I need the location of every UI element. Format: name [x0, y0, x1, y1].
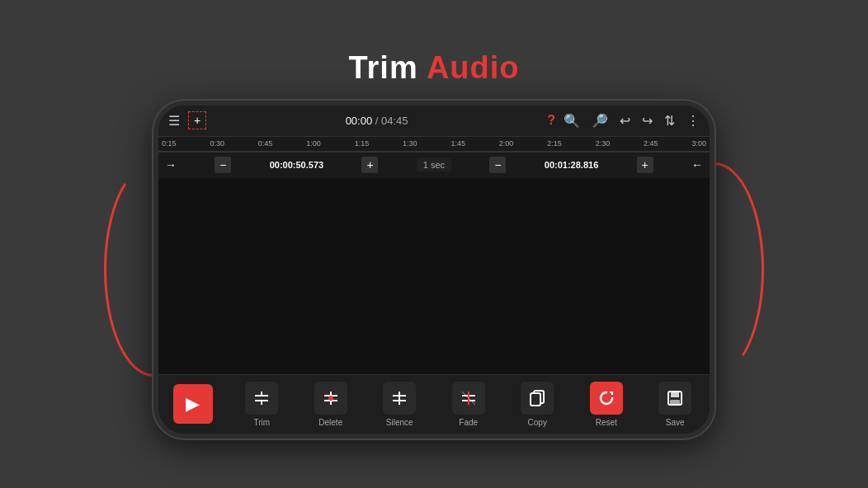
timeline-marks: 0:15 0:30 0:45 1:00 1:15 1:30 1:45 2:00 … — [162, 139, 706, 148]
silence-label: Silence — [386, 418, 413, 427]
save-icon — [658, 382, 691, 415]
timeline-ruler: 0:15 0:30 0:45 1:00 1:15 1:30 1:45 2:00 … — [158, 137, 710, 152]
fade-button[interactable]: Fade — [447, 382, 490, 427]
end-minus-button[interactable]: − — [489, 157, 506, 173]
undo-icon[interactable]: ↩ — [616, 111, 634, 130]
svg-rect-246 — [670, 400, 680, 405]
trim-icon — [245, 382, 278, 415]
save-label: Save — [666, 418, 685, 427]
copy-label: Copy — [528, 418, 547, 427]
more-icon[interactable]: ⋮ — [683, 111, 703, 130]
help-icon[interactable]: ? — [547, 113, 555, 128]
toolbar: ☰ + 00:00 / 04:45 ? 🔍 🔎 ↩ ↪ ⇅ ⋮ — [158, 106, 710, 137]
svg-point-232 — [328, 396, 333, 401]
phone-container: ☰ + 00:00 / 04:45 ? 🔍 🔎 ↩ ↪ ⇅ ⋮ 0:15 0:3… — [153, 101, 715, 439]
end-arrow-icon: ← — [691, 158, 703, 171]
trim-button[interactable]: Trim — [240, 382, 283, 427]
fade-label: Fade — [459, 418, 478, 427]
start-time-value: 00:00:50.573 — [270, 160, 323, 170]
action-bar: ▶ Trim — [158, 374, 710, 434]
toolbar-time: 00:00 / 04:45 — [211, 115, 542, 127]
zoom-out-icon[interactable]: 🔎 — [588, 111, 611, 130]
time-bar: → − 00:00:50.573 + 1 sec − 00:01:28.816 … — [158, 152, 710, 178]
start-minus-button[interactable]: − — [215, 157, 231, 173]
save-button[interactable]: Save — [653, 382, 696, 427]
delete-button[interactable]: Delete — [309, 382, 352, 427]
copy-icon — [521, 382, 554, 415]
sort-icon[interactable]: ⇅ — [661, 111, 678, 130]
reset-button[interactable]: Reset — [585, 382, 628, 427]
waveform-container: 0:15 0:30 0:45 1:00 1:15 1:30 1:45 2:00 … — [158, 137, 710, 374]
delete-icon — [314, 382, 347, 415]
play-icon: ▶ — [173, 384, 213, 424]
trim-label: Trim — [253, 418, 270, 427]
delete-label: Delete — [318, 418, 342, 427]
start-arrow-icon: → — [165, 158, 177, 171]
svg-rect-243 — [531, 393, 540, 406]
reset-icon — [590, 382, 623, 415]
add-button[interactable]: + — [188, 111, 206, 129]
reset-label: Reset — [596, 418, 617, 427]
end-plus-button[interactable]: + — [637, 157, 653, 173]
copy-button[interactable]: Copy — [516, 382, 559, 427]
silence-icon — [383, 382, 416, 415]
play-button[interactable]: ▶ — [172, 384, 215, 424]
zoom-in-icon[interactable]: 🔍 — [560, 111, 583, 130]
silence-button[interactable]: Silence — [378, 382, 421, 427]
phone-frame: ☰ + 00:00 / 04:45 ? 🔍 🔎 ↩ ↪ ⇅ ⋮ 0:15 0:3… — [153, 101, 715, 439]
svg-rect-245 — [671, 392, 679, 397]
redo-icon[interactable]: ↪ — [639, 111, 656, 130]
end-time-value: 00:01:28.816 — [545, 160, 598, 170]
fade-icon — [452, 382, 485, 415]
menu-icon[interactable]: ☰ — [165, 111, 183, 130]
page-title: Trim Audio — [348, 50, 519, 86]
start-plus-button[interactable]: + — [361, 157, 378, 173]
time-unit-label: 1 sec — [417, 158, 451, 171]
side-button — [153, 253, 156, 286]
